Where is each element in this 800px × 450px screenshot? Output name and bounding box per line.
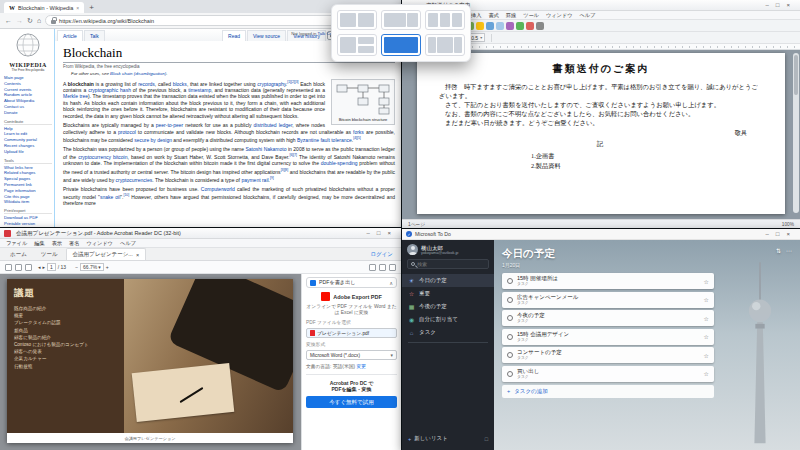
important-star-icon[interactable]: ☆ [704,352,709,359]
menu-item[interactable]: 編集 [34,240,44,247]
todo-search-box[interactable] [407,259,489,269]
export-pdf-header[interactable]: PDFを書き出し ∧ [306,277,397,288]
minimize-icon[interactable]: – [766,231,769,237]
menu-item[interactable]: ウィンドウ [546,12,573,19]
task-item[interactable]: 今夜の予定 タスク ☆ [502,310,714,326]
scrollbar[interactable] [793,53,799,213]
complete-circle-icon[interactable] [507,278,513,284]
add-task-button[interactable]: + タスクの追加 [502,385,714,398]
tab-article[interactable]: Article [57,30,83,41]
wikipedia-globe-logo[interactable] [4,32,52,62]
snap-option-2[interactable] [381,10,421,30]
important-star-icon[interactable]: ☆ [704,296,709,303]
menu-item[interactable]: 罫線 [506,12,516,19]
snap-option-3[interactable] [425,10,465,30]
toolbar-icon[interactable] [486,22,494,30]
zoom-in-icon[interactable]: + [106,264,109,270]
tab-tools[interactable]: ツール [35,249,64,260]
menu-item[interactable]: 書式 [488,12,498,19]
tab-read[interactable]: Read [222,30,246,41]
important-star-icon[interactable]: ☆ [704,315,709,322]
home-icon[interactable]: ⌂ [37,17,41,24]
snap-option-5[interactable] [381,34,421,56]
user-profile[interactable]: 横山太郎 yokoyama@outlook.jp [402,244,494,255]
task-item[interactable]: 15時 開催場所は タスク ☆ [502,273,714,289]
new-tab-button[interactable]: + [89,3,94,12]
new-list-button[interactable]: + 新しいリスト □ [402,431,494,446]
zoom-level[interactable]: 100% [782,222,794,227]
menu-item[interactable]: 表示 [52,240,62,247]
complete-circle-icon[interactable] [507,352,513,358]
zoom-out-icon[interactable]: − [75,264,78,270]
back-icon[interactable]: ← [5,17,12,24]
sidebar-list-item[interactable]: ☀ 今日の予定 [402,274,494,287]
toolbar-icon[interactable] [5,264,12,271]
pdf-canvas[interactable]: 議題 既存商品の紹介概要ブレークタイムの話題新商品顧客に製品の紹介Contoso… [0,274,301,450]
task-item[interactable]: 15時 会議用デザイン タスク ☆ [502,329,714,345]
tab-home[interactable]: ホーム [4,249,33,260]
menu-item[interactable]: 署名 [69,240,79,247]
sidebar-link[interactable]: Wikidata item [4,199,52,205]
tab-view-source[interactable]: View source [247,30,286,41]
minimize-icon[interactable]: – [367,230,370,236]
important-star-icon[interactable]: ☆ [704,370,709,377]
maximize-icon[interactable]: □ [377,230,381,236]
page-number-input[interactable]: 1 [47,263,56,271]
tab-close-icon[interactable]: × [136,252,139,258]
menu-item[interactable]: 挿入 [471,12,481,19]
menu-item[interactable]: ツール [523,12,539,19]
task-item[interactable]: コンサートの予定 タスク ☆ [502,347,714,363]
toolbar-icon[interactable] [379,264,386,271]
zoom-dropdown[interactable]: 66.7%▾ [80,263,104,271]
sidebar-link[interactable]: Printable version [4,221,52,227]
selected-file[interactable]: プレゼンテーション.pdf [306,328,397,338]
document-page[interactable]: 書類送付のご案内 拝啓 時下ますますご清栄のこととお喜び申し上げます。平素は格別… [417,53,785,214]
login-link[interactable]: ログイン [366,249,397,260]
more-icon[interactable]: ⋯ [786,247,792,254]
reload-icon[interactable]: ↻ [27,17,33,25]
menu-item[interactable]: ウィンドウ [86,240,113,247]
complete-circle-icon[interactable] [507,315,513,321]
sort-icon[interactable]: ⇅ [776,247,781,254]
task-item[interactable]: 買い出し タスク ☆ [502,366,714,382]
toolbar-icon[interactable] [536,22,544,30]
snap-option-4[interactable] [337,34,377,56]
task-item[interactable]: 広告キャンペーンメール タスク ☆ [502,292,714,308]
forward-icon[interactable]: → [16,17,23,24]
tab-close-icon[interactable]: × [76,5,79,11]
format-dropdown[interactable]: Microsoft Word (*.docx) ▾ [306,350,397,360]
maximize-icon[interactable]: □ [776,2,780,8]
tab-talk[interactable]: Talk [84,30,105,41]
sidebar-list-item[interactable]: ⌂ タスク [402,326,494,339]
close-icon[interactable]: × [786,231,790,237]
important-star-icon[interactable]: ☆ [704,278,709,285]
minimize-icon[interactable]: – [766,2,769,8]
snap-option-6[interactable] [425,34,465,56]
sidebar-list-item[interactable]: ▦ 今後の予定 [402,300,494,313]
sidebar-link[interactable]: Upload file [4,149,52,155]
complete-circle-icon[interactable] [507,334,513,340]
sidebar-link[interactable]: Donate [4,110,52,116]
tab-document[interactable]: 会議用プレゼンテーシ...× [66,248,147,260]
menu-item[interactable]: ヘルプ [120,240,136,247]
todo-search-input[interactable] [417,261,475,267]
toolbar-icon[interactable] [25,264,32,271]
toolbar-icon[interactable] [506,22,514,30]
sidebar-list-item[interactable]: ☆ 重要 [402,287,494,300]
snap-option-1[interactable] [337,10,377,30]
sidebar-list-item[interactable]: ◉ 自分に割り当て [402,313,494,326]
browser-tab[interactable]: W Blockchain - Wikipedia × [4,2,84,13]
free-trial-button[interactable]: 今すぐ無料で試用 [306,396,397,408]
change-language-link[interactable]: 変更 [357,364,367,369]
toolbar-icon[interactable] [516,22,524,30]
menu-item[interactable]: ヘルプ [579,12,595,19]
new-group-icon[interactable]: □ [485,436,488,442]
next-page-icon[interactable]: ▸ [43,264,46,270]
complete-circle-icon[interactable] [507,297,513,303]
toolbar-icon[interactable] [476,22,484,30]
menu-item[interactable]: ファイル [6,240,27,247]
maximize-icon[interactable]: □ [776,231,780,237]
complete-circle-icon[interactable] [507,371,513,377]
prev-page-icon[interactable]: ◂ [38,264,41,270]
toolbar-icon[interactable] [389,264,396,271]
